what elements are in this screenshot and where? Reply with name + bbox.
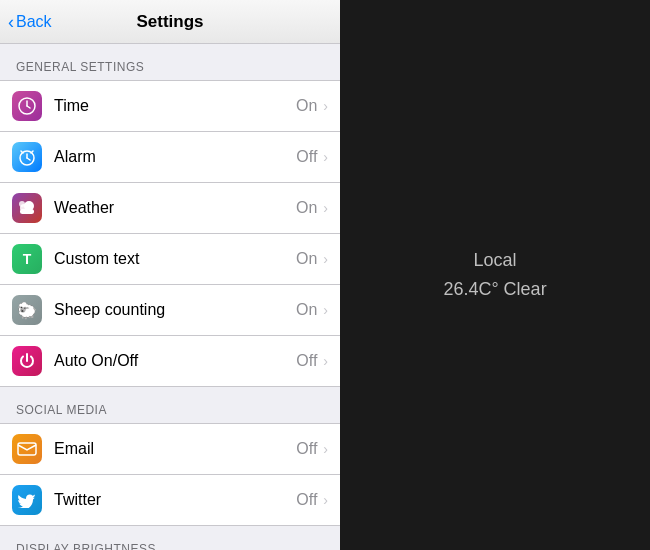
back-label: Back [16,13,52,31]
weather-chevron-icon: › [323,200,328,216]
email-chevron-icon: › [323,441,328,457]
row-email[interactable]: Email Off › [0,424,340,475]
alarm-value: Off [296,148,317,166]
row-auto-onoff[interactable]: Auto On/Off Off › [0,336,340,386]
alarm-label: Alarm [54,148,296,166]
time-chevron-icon: › [323,98,328,114]
custom-text-chevron-icon: › [323,251,328,267]
weather-label: Weather [54,199,296,217]
preview-line2: 26.4C° Clear [443,275,546,304]
settings-panel: ‹ Back Settings GENERAL SETTINGS Time On… [0,0,340,550]
custom-text-label: Custom text [54,250,296,268]
back-button[interactable]: ‹ Back [8,13,52,31]
twitter-label: Twitter [54,491,296,509]
back-chevron-icon: ‹ [8,13,14,31]
twitter-chevron-icon: › [323,492,328,508]
twitter-value: Off [296,491,317,509]
email-icon [12,434,42,464]
time-value: On [296,97,317,115]
sheep-chevron-icon: › [323,302,328,318]
settings-content: GENERAL SETTINGS Time On › [0,44,340,550]
svg-line-6 [21,151,23,153]
time-icon [12,91,42,121]
preview-line1: Local [443,246,546,275]
svg-rect-10 [20,209,34,214]
autoonoff-chevron-icon: › [323,353,328,369]
page-title: Settings [136,12,203,32]
weather-value: On [296,199,317,217]
email-label: Email [54,440,296,458]
section-header-general: GENERAL SETTINGS [0,44,340,80]
email-value: Off [296,440,317,458]
row-sheep-counting[interactable]: 🐑 Sheep counting On › [0,285,340,336]
general-settings-table: Time On › Alarm Off › [0,80,340,387]
row-alarm[interactable]: Alarm Off › [0,132,340,183]
autoonoff-value: Off [296,352,317,370]
custom-text-value: On [296,250,317,268]
twitter-icon [12,485,42,515]
row-custom-text[interactable]: T Custom text On › [0,234,340,285]
row-time[interactable]: Time On › [0,81,340,132]
settings-header: ‹ Back Settings [0,0,340,44]
time-label: Time [54,97,296,115]
sheep-value: On [296,301,317,319]
svg-line-2 [27,106,30,108]
row-twitter[interactable]: Twitter Off › [0,475,340,525]
sheep-label: Sheep counting [54,301,296,319]
section-header-brightness: DISPLAY BRIGHTNESS [0,526,340,550]
preview-text: Local 26.4C° Clear [443,246,546,304]
preview-panel: Local 26.4C° Clear [340,0,650,550]
sheep-icon: 🐑 [12,295,42,325]
svg-point-11 [19,201,25,207]
row-weather[interactable]: Weather On › [0,183,340,234]
section-header-social: SOCIAL MEDIA [0,387,340,423]
autoonoff-icon [12,346,42,376]
svg-line-7 [31,151,33,153]
autoonoff-label: Auto On/Off [54,352,296,370]
weather-icon [12,193,42,223]
svg-line-5 [27,158,30,160]
alarm-icon [12,142,42,172]
alarm-chevron-icon: › [323,149,328,165]
custom-text-icon: T [12,244,42,274]
svg-rect-12 [18,443,36,455]
social-settings-table: Email Off › Twitter Off › [0,423,340,526]
